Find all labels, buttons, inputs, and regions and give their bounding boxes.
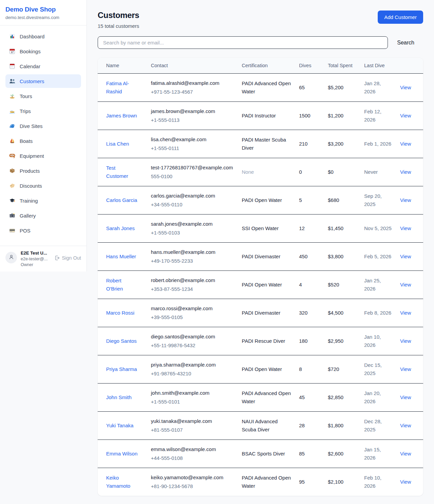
search-input[interactable] [98,36,388,49]
sidebar-item-dive-sites[interactable]: Dive Sites [5,119,81,133]
customer-name-link[interactable]: Emma Wilson [106,451,138,456]
customer-total-spent: $720 [324,355,360,384]
svg-text:17: 17 [11,51,14,54]
speedboat-icon [9,108,15,114]
view-link[interactable]: View [400,197,411,203]
customer-last-dive: Feb 5, 2026 [360,243,396,271]
column-header: Certification [238,58,295,74]
customer-certification: PADI Master Scuba Diver [238,130,295,158]
customer-email: lisa.chen@example.com [151,135,234,144]
customer-name-link[interactable]: Sarah Jones [106,225,135,231]
customer-dives: 180 [295,327,324,355]
view-link[interactable]: View [400,310,411,316]
customer-total-spent: $2,850 [324,384,360,412]
customer-phone: +1-555-0101 [151,398,234,406]
customer-total-spent: $2,950 [324,327,360,355]
customer-name-link[interactable]: Marco Rossi [106,310,134,316]
page-header: Customers 15 total customers Add Custome… [98,11,423,29]
search-button[interactable]: Search [388,40,423,46]
view-link[interactable]: View [400,451,411,456]
sidebar-item-boats[interactable]: Boats [5,134,81,148]
customer-name-link[interactable]: Priya Sharma [106,366,137,372]
view-link[interactable]: View [400,169,411,175]
customer-name-link[interactable]: Test Customer [106,165,128,179]
sidebar-item-products[interactable]: Products [5,164,81,178]
view-link[interactable]: View [400,366,411,372]
view-link[interactable]: View [400,225,411,231]
customer-email: john.smith@example.com [151,389,234,397]
sign-out-button[interactable]: Sign Out [54,255,81,261]
customer-phone: +55-11-99876-5432 [151,341,234,350]
customer-phone: +39-555-0105 [151,313,234,321]
customer-phone: +1-555-0103 [151,229,234,237]
customer-name-link[interactable]: Robert O'Brien [106,278,123,292]
brand-domain: demo.test.divestreams.com [5,15,81,20]
sidebar-item-gallery[interactable]: Gallery [5,209,81,222]
sidebar-item-pos[interactable]: POS [5,224,81,237]
camera-icon [9,212,15,219]
customer-name-link[interactable]: Hans Mueller [106,254,136,259]
table-row: Diego Santos diego.santos@example.com +5… [98,327,423,355]
customer-certification: PADI Instructor [238,102,295,130]
view-link[interactable]: View [400,423,411,428]
table-row: Emma Wilson emma.wilson@example.com +44-… [98,440,423,468]
sidebar-item-customers[interactable]: Customers [5,74,81,88]
sidebar-item-discounts[interactable]: Discounts [5,179,81,192]
customer-dives: 65 [295,74,324,102]
customer-total-spent: $2,100 [324,468,360,496]
table-row: John Smith john.smith@example.com +1-555… [98,384,423,412]
customer-total-spent: $1,800 [324,412,360,440]
customer-total-spent: $680 [324,186,360,214]
customer-email: marco.rossi@example.com [151,304,234,313]
view-link[interactable]: View [400,338,411,344]
customer-email: robert.obrien@example.com [151,276,234,284]
person-icon [8,254,14,261]
view-link[interactable]: View [400,254,411,259]
customer-name-link[interactable]: Diego Santos [106,338,137,344]
customer-name-link[interactable]: John Smith [106,394,132,400]
view-link[interactable]: View [400,141,411,147]
column-header: Total Spent [324,58,360,74]
sidebar-item-equipment[interactable]: Equipment [5,149,81,163]
customer-last-dive: Jan 28, 2026 [360,74,396,102]
sidebar-item-bookings[interactable]: 17 Bookings [5,44,81,58]
customer-certification: NAUI Advanced Scuba Diver [238,412,295,440]
customer-email: priya.sharma@example.com [151,361,234,369]
customer-name-link[interactable]: Keiko Yamamoto [106,475,130,489]
sidebar-item-dashboard[interactable]: Dashboard [5,30,81,43]
sidebar-item-tours[interactable]: Tours [5,89,81,103]
sidebar-item-training[interactable]: Training [5,194,81,207]
view-link[interactable]: View [400,282,411,287]
customer-email: test-1772681807767@example.com [151,164,234,172]
view-link[interactable]: View [400,394,411,400]
sidebar-item-trips[interactable]: Trips [5,104,81,118]
customer-name-link[interactable]: Fatima Al-Rashid [106,80,129,94]
customer-last-dive: Dec 28, 2025 [360,412,396,440]
customer-email: fatima.alrashid@example.com [151,79,234,87]
customer-name-link[interactable]: Carlos Garcia [106,197,137,203]
view-link[interactable]: View [400,479,411,485]
column-header: Dives [295,58,324,74]
table-row: Carlos Garcia carlos.garcia@example.com … [98,186,423,214]
customer-name-link[interactable]: James Brown [106,113,137,118]
view-link[interactable]: View [400,85,411,90]
package-icon [9,168,15,174]
customer-total-spent: $3,200 [324,130,360,158]
main-content: Customers 15 total customers Add Custome… [87,0,434,504]
view-link[interactable]: View [400,113,411,118]
customer-certification: PADI Advanced Open Water [238,74,295,102]
island-icon [9,93,15,99]
customer-name-link[interactable]: Yuki Tanaka [106,423,134,428]
user-email: e2e-tester@... [21,257,47,261]
customer-dives: 450 [295,243,324,271]
sidebar-item-calendar[interactable]: Calendar [5,59,81,73]
customer-dives: 4 [295,271,324,299]
customer-name-link[interactable]: Lisa Chen [106,141,129,147]
customer-certification: BSAC Sports Diver [238,440,295,468]
add-customer-button[interactable]: Add Customer [378,11,423,24]
table-row: Sarah Jones sarah.jones@example.com +1-5… [98,214,423,243]
table-row: James Brown james.brown@example.com +1-5… [98,102,423,130]
customer-certification: PADI Open Water [238,271,295,299]
customer-dives: 95 [295,468,324,496]
customer-last-dive: Sep 20, 2025 [360,186,396,214]
